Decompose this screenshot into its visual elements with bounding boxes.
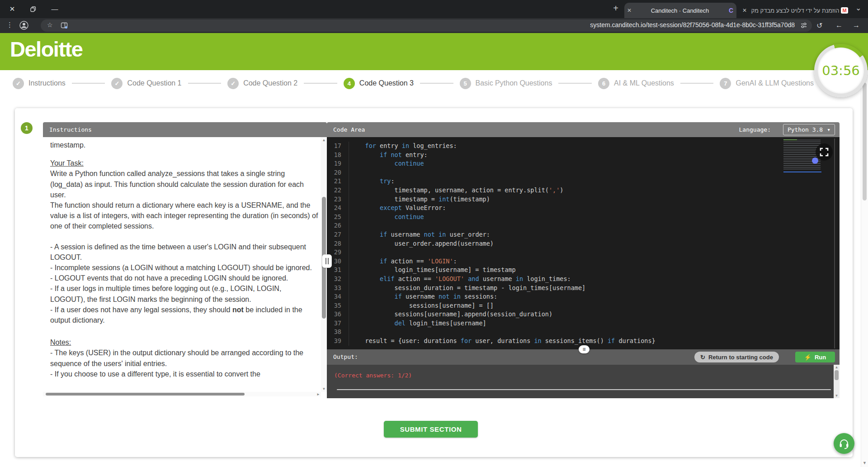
code-text: continue <box>349 159 424 168</box>
scrollbar-thumb[interactable] <box>835 370 839 380</box>
line-number: 25 <box>327 213 349 222</box>
scroll-right-icon[interactable]: ► <box>316 392 321 396</box>
editor-minimap[interactable] <box>783 139 821 169</box>
reload-icon[interactable]: ↺ <box>816 21 822 30</box>
line-number: 18 <box>327 151 349 160</box>
window-close-button[interactable]: ✕ <box>7 4 17 14</box>
step-code-question-3[interactable]: 4Code Question 3 <box>344 78 414 89</box>
stepper-connector <box>420 83 453 84</box>
line-number: 39 <box>327 337 349 346</box>
instructions-horizontal-scrollbar[interactable]: ► <box>43 392 321 396</box>
line-number: 23 <box>327 195 349 204</box>
step-label: Code Question 2 <box>243 79 297 87</box>
code-text: timestamp = int(timestamp) <box>349 195 490 204</box>
code-line[interactable]: 18 if not entry: <box>327 151 840 160</box>
window-minimize-button[interactable]: — <box>50 4 60 14</box>
fullscreen-button[interactable] <box>816 143 833 161</box>
step-code-question-2[interactable]: ✓Code Question 2 <box>227 78 297 89</box>
line-number: 38 <box>327 328 349 337</box>
code-line[interactable]: 25 continue <box>327 213 840 222</box>
new-tab-button[interactable]: + <box>610 3 621 14</box>
code-line[interactable]: 27 if username not in user_order: <box>327 230 840 239</box>
code-text: if username not in sessions: <box>349 292 497 301</box>
panel-resize-handle[interactable] <box>322 254 332 268</box>
code-line[interactable]: 31 login_times[username] = timestamp <box>327 266 840 275</box>
submit-section-button[interactable]: SUBMIT SECTION <box>384 421 478 438</box>
step-number: 5 <box>460 78 471 89</box>
browser-menu-icon[interactable]: ⋮ <box>6 21 13 29</box>
tab-canditech[interactable]: ✕ Canditech · Canditech C <box>624 3 736 18</box>
code-text: if action == 'LOGIN': <box>349 257 457 266</box>
code-line[interactable]: 34 if username not in sessions: <box>327 292 840 301</box>
language-dropdown[interactable]: Python 3.8 ▾ <box>783 124 835 135</box>
output-divider <box>337 389 831 390</box>
code-line[interactable]: 23 timestamp = int(timestamp) <box>327 195 840 204</box>
window-restore-button[interactable] <box>28 5 38 15</box>
step-label: Instructions <box>28 79 66 87</box>
output-resize-handle[interactable]: ≡ <box>579 345 590 353</box>
code-text: if username not in user_order: <box>349 230 490 239</box>
code-line[interactable]: 35 sessions[username] = [] <box>327 301 840 310</box>
tab-gmail[interactable]: ✕ הוזמנת על ידי דלויט לבצע מבדק מק M <box>740 3 852 18</box>
code-line[interactable]: 37 del login_times[username] <box>327 319 840 328</box>
step-code-question-1[interactable]: ✓Code Question 1 <box>111 78 181 89</box>
line-number: 27 <box>327 230 349 239</box>
code-text: elif action == 'LOGOUT' and username in … <box>349 275 571 284</box>
code-line[interactable]: 28 user_order.append(username) <box>327 239 840 248</box>
language-value: Python 3.8 <box>788 126 823 133</box>
scroll-down-icon[interactable]: ▼ <box>834 394 840 398</box>
code-line[interactable]: 26 <box>327 221 840 230</box>
scrollbar-thumb[interactable] <box>863 83 867 200</box>
run-button[interactable]: ⚡ Run <box>795 352 835 362</box>
extension-icon[interactable] <box>61 22 68 31</box>
code-line[interactable]: 20 <box>327 168 840 177</box>
scroll-down-icon[interactable]: ▼ <box>321 387 327 391</box>
output-scrollbar[interactable]: ▲ ▼ <box>834 365 840 398</box>
check-icon: ✓ <box>13 78 24 89</box>
address-bar[interactable]: ☆ system.canditech.io/test-session/82f75… <box>41 19 812 32</box>
return-to-starting-code-button[interactable]: ↻ Return to starting code <box>694 352 779 362</box>
tab-close-icon[interactable]: ✕ <box>624 7 634 14</box>
step-ai-ml-questions[interactable]: 6AI & ML Questions <box>598 78 674 89</box>
instructions-paragraph: - If a user does not have any legal sess… <box>50 305 318 325</box>
code-line[interactable]: 38 <box>327 328 840 337</box>
step-basic-python-questions[interactable]: 5Basic Python Questions <box>460 78 552 89</box>
url-text[interactable]: system.canditech.io/test-session/82f7505… <box>590 21 795 29</box>
tab-search-chevron-icon[interactable]: ⌄ <box>855 4 861 12</box>
page-scrollbar[interactable]: ▲ ▼ <box>861 75 868 467</box>
line-number: 21 <box>327 177 349 186</box>
tune-icon[interactable] <box>800 22 807 31</box>
code-line[interactable]: 21 try: <box>327 177 840 186</box>
back-icon[interactable]: ← <box>835 21 843 29</box>
code-line[interactable]: 33 session_duration = timestamp - login_… <box>327 284 840 293</box>
bookmark-star-icon[interactable]: ☆ <box>47 21 53 29</box>
scroll-up-icon[interactable]: ▲ <box>321 138 327 142</box>
step-genai-llm-questions[interactable]: 7GenAI & LLM Questions <box>720 78 814 89</box>
browser-toolbar: ⋮ ☆ system.canditech.io/test-session/82f… <box>0 18 868 33</box>
step-instructions[interactable]: ✓Instructions <box>13 78 66 89</box>
scroll-down-icon[interactable]: ▼ <box>861 461 868 465</box>
scrollbar-thumb[interactable] <box>46 393 245 396</box>
timer-face: 03:56 <box>818 48 864 94</box>
code-line[interactable]: 30 if action == 'LOGIN': <box>327 257 840 266</box>
code-line[interactable]: 36 sessions[username].append(session_dur… <box>327 310 840 319</box>
stepper-connector <box>304 83 337 84</box>
scroll-up-icon[interactable]: ▲ <box>834 365 840 369</box>
code-line[interactable]: 39 result = {user: durations for user, d… <box>327 337 840 346</box>
code-text <box>349 221 350 230</box>
profile-icon[interactable] <box>19 20 29 32</box>
brand-header: Deloitte <box>0 33 868 70</box>
code-line[interactable]: 32 elif action == 'LOGOUT' and username … <box>327 275 840 284</box>
instructions-paragraph: - The keys (USER) in the output dictiona… <box>50 348 318 368</box>
editor-scrollbar[interactable] <box>834 138 835 348</box>
code-line[interactable]: 24 except ValueError: <box>327 204 840 213</box>
code-line[interactable]: 29 <box>327 248 840 257</box>
code-editor[interactable]: 17 for entry in log_entries:18 if not en… <box>327 137 840 349</box>
code-line[interactable]: 19 continue <box>327 159 840 168</box>
code-line[interactable]: 17 for entry in log_entries: <box>327 142 840 151</box>
code-line[interactable]: 22 timestamp, username, action = entry.s… <box>327 186 840 195</box>
step-label: AI & ML Questions <box>614 79 674 87</box>
support-chat-button[interactable] <box>834 433 854 454</box>
forward-icon[interactable]: → <box>853 21 860 29</box>
tab-close-icon[interactable]: ✕ <box>740 7 750 14</box>
